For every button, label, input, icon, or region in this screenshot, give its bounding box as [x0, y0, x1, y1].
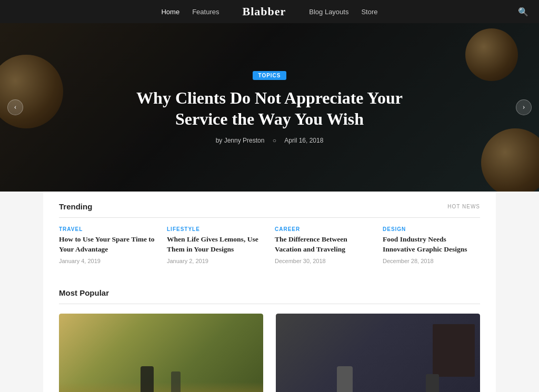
trending-item-date-0: January 4, 2019	[59, 258, 156, 264]
hero-prev-arrow[interactable]: ‹	[7, 99, 23, 115]
hero-author: by Jenny Preston	[216, 137, 265, 144]
nav-link-features[interactable]: Features	[192, 8, 219, 16]
studio-shelf	[433, 324, 475, 377]
search-icon[interactable]: 🔍	[518, 7, 528, 17]
trending-item-title-0: How to Use Your Spare Time to Your Advan…	[59, 235, 156, 255]
studio-figure-1	[337, 366, 353, 392]
trending-item-1[interactable]: LIFESTYLE When Life Gives Lemons, Use Th…	[167, 226, 264, 264]
navbar: Home Features Blabber Blog Layouts Store…	[0, 0, 539, 23]
trending-grid: TRAVEL How to Use Your Spare Time to You…	[59, 226, 480, 264]
hero-date: April 16, 2018	[284, 137, 323, 144]
hero-tag: TOPICS	[253, 71, 286, 80]
trending-category-0: TRAVEL	[59, 226, 156, 232]
hero-meta-separator: ○	[273, 137, 276, 144]
trending-item-0[interactable]: TRAVEL How to Use Your Spare Time to You…	[59, 226, 156, 264]
site-logo[interactable]: Blabber	[242, 5, 286, 18]
popular-card-image-bg-0	[59, 314, 263, 392]
popular-card-0[interactable]: CAREER What Keeps Us Going: Find Your Wa…	[59, 314, 263, 392]
trending-item-date-3: December 28, 2018	[383, 258, 480, 264]
popular-grid: CAREER What Keeps Us Going: Find Your Wa…	[59, 314, 480, 392]
popular-card-image-1: LIFESTYLE	[276, 314, 480, 392]
trending-category-1: LIFESTYLE	[167, 226, 264, 232]
hero-overlay: TOPICS Why Clients Do Not Appreciate You…	[0, 23, 539, 192]
trending-item-title-3: Food Industry Needs Innovative Graphic D…	[383, 235, 480, 255]
trending-item-3[interactable]: DESIGN Food Industry Needs Innovative Gr…	[383, 226, 480, 264]
most-popular-title: Most Popular	[59, 288, 109, 297]
run-figure-1	[141, 366, 154, 392]
main-container: Trending HOT NEWS TRAVEL How to Use Your…	[43, 192, 496, 392]
trending-section-header: Trending HOT NEWS	[59, 192, 480, 218]
hero-next-arrow[interactable]: ›	[516, 99, 532, 115]
nav-link-home[interactable]: Home	[161, 8, 179, 16]
hero-section: TOPICS Why Clients Do Not Appreciate You…	[0, 23, 539, 192]
trending-item-date-1: January 2, 2019	[167, 258, 264, 264]
trending-title: Trending	[59, 202, 92, 211]
popular-card-image-bg-1	[276, 314, 480, 392]
nav-link-blog-layouts[interactable]: Blog Layouts	[309, 8, 348, 16]
trending-category-3: DESIGN	[383, 226, 480, 232]
nav-links: Home Features Blabber Blog Layouts Store	[161, 5, 377, 18]
studio-figure-2	[426, 374, 439, 392]
hot-news-badge: HOT NEWS	[447, 204, 480, 209]
hero-meta: by Jenny Preston ○ April 16, 2018	[213, 137, 327, 144]
popular-card-1[interactable]: LIFESTYLE There Is No Way People Can Tak…	[276, 314, 480, 392]
trending-item-date-2: December 30, 2018	[275, 258, 372, 264]
popular-card-image-0: CAREER	[59, 314, 263, 392]
trending-category-2: CAREER	[275, 226, 372, 232]
trending-item-title-1: When Life Gives Lemons, Use Them in Your…	[167, 235, 264, 255]
most-popular-section-header: Most Popular	[59, 280, 480, 304]
trending-item-title-2: The Difference Between Vacation and Trav…	[275, 235, 372, 255]
image-trail-decoration	[59, 382, 263, 392]
trending-item-2[interactable]: CAREER The Difference Between Vacation a…	[275, 226, 372, 264]
nav-link-store[interactable]: Store	[361, 8, 377, 16]
hero-title: Why Clients Do Not Appreciate Your Servi…	[112, 87, 427, 129]
run-figure-2	[171, 371, 181, 392]
